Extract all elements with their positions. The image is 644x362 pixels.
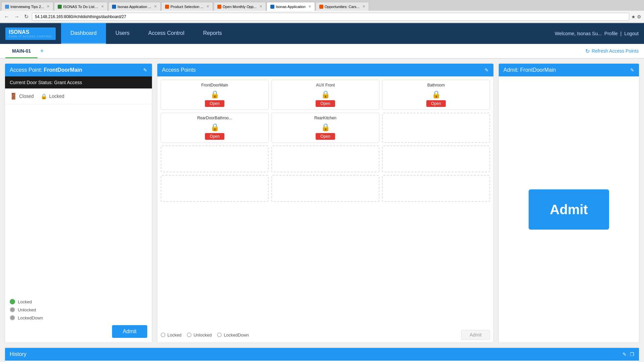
ap-door-status: 🚪 Closed 🔒 Locked xyxy=(5,88,152,104)
access-point-card: Access Point: FrontDoorMain ✎ Current Do… xyxy=(5,63,152,343)
logout-link[interactable]: Logout xyxy=(624,31,639,36)
tab-close-tab2[interactable]: ✕ xyxy=(100,4,104,9)
aps-legend: Locked Unlocked LockedDown Admit xyxy=(157,327,493,343)
history-header-row: Access Point Time ▼ Event Badge / PIN Na… xyxy=(5,361,639,362)
tab-close-tab4[interactable]: ✕ xyxy=(205,4,209,9)
app-logo: ISONAS PURE IP ACCESS CONTROL xyxy=(0,23,61,44)
tab-add-button[interactable]: + xyxy=(40,48,44,55)
ap-grid-item-auxfront[interactable]: AUX Front 🔒 Open xyxy=(271,80,379,110)
address-bar[interactable] xyxy=(32,13,629,21)
forward-button[interactable]: → xyxy=(13,14,21,20)
history-table-head: Access Point Time ▼ Event Badge / PIN Na… xyxy=(5,361,639,362)
access-points-card: Access Points ✎ FrontDoorMain 🔒 Open AUX… xyxy=(157,63,494,343)
ap-admit-button[interactable]: Admit xyxy=(112,325,147,338)
browser-tab-tab2[interactable]: ISONAS To Do List ...✕ xyxy=(54,2,108,11)
settings-icon[interactable]: ⚙ xyxy=(637,14,641,19)
col-access-point: Access Point xyxy=(5,361,170,362)
history-header-icons: ✎ ❐ xyxy=(623,352,634,357)
aps-legend-locked-label: Locked xyxy=(167,333,181,338)
access-points-card-header: Access Points ✎ xyxy=(157,64,493,76)
door-icon: 🚪 xyxy=(10,93,17,100)
ap-grid-lock-icon: 🔒 xyxy=(432,90,441,99)
browser-tools: ★ ⚙ xyxy=(631,14,641,19)
col-time[interactable]: Time ▼ xyxy=(170,361,283,362)
browser-chrome: Interviewing Tips 2...✕ISONAS To Do List… xyxy=(0,0,644,23)
profile-link[interactable]: Profile xyxy=(604,31,618,36)
browser-addressbar: ← → ↻ ★ ⚙ xyxy=(0,11,644,23)
door-closed-label: Closed xyxy=(19,94,34,99)
access-points-title: Access Points xyxy=(162,67,196,73)
nav-item-users[interactable]: Users xyxy=(106,23,139,44)
browser-tab-tab3[interactable]: Isonas Application ...✕ xyxy=(108,2,161,11)
ap-grid-item-empty4 xyxy=(382,145,490,172)
ap-grid-item-frontdoor[interactable]: FrontDoorMain 🔒 Open xyxy=(161,80,269,110)
history-table: Access Point Time ▼ Event Badge / PIN Na… xyxy=(5,361,639,362)
door-locked-label: Locked xyxy=(49,94,64,99)
admit-card: Admit: FrontDoorMain ✎ Admit xyxy=(498,63,639,343)
history-expand-icon[interactable]: ❐ xyxy=(630,352,634,357)
ap-open-button[interactable]: Open xyxy=(205,100,224,107)
star-icon[interactable]: ★ xyxy=(631,14,636,19)
access-point-edit-icon[interactable]: ✎ xyxy=(143,67,147,73)
ap-open-button[interactable]: Open xyxy=(316,100,335,107)
access-point-title: Access Point: FrontDoorMain xyxy=(10,67,82,73)
history-edit-icon[interactable]: ✎ xyxy=(623,352,627,357)
logo-subtitle: PURE IP ACCESS CONTROL xyxy=(9,35,52,38)
aps-radio-unlocked xyxy=(187,333,192,337)
admit-title-prefix: Admit: xyxy=(503,67,520,73)
lock-icon: 🔒 xyxy=(41,93,47,100)
ap-grid-item-bathroom[interactable]: Bathroom 🔒 Open xyxy=(382,80,490,110)
ap-grid-item-empty7 xyxy=(382,175,490,202)
col-name: Name xyxy=(538,361,639,362)
browser-tab-tab4[interactable]: Product Selection ...✕ xyxy=(161,2,213,11)
refresh-icon: ↻ xyxy=(585,48,590,54)
welcome-text: Welcome, Isonas Su... xyxy=(555,31,602,36)
admit-edit-icon[interactable]: ✎ xyxy=(630,67,634,73)
admit-card-body: Admit xyxy=(499,76,639,343)
refresh-browser-button[interactable]: ↻ xyxy=(23,13,30,20)
ap-grid-item-reardoorbath[interactable]: RearDoorBathroo... 🔒 Open xyxy=(161,113,269,143)
app-header: ISONAS PURE IP ACCESS CONTROL Dashboard … xyxy=(0,23,644,44)
aps-admit-button[interactable]: Admit xyxy=(461,330,490,340)
access-points-edit-icon[interactable]: ✎ xyxy=(485,67,489,73)
ap-open-button[interactable]: Open xyxy=(205,133,224,140)
logo-text: ISONAS xyxy=(9,29,52,35)
browser-tab-tab5[interactable]: Open Monthly Opp...✕ xyxy=(214,2,266,11)
legend-unlocked-label: Unlocked xyxy=(18,307,36,312)
tab-close-tab5[interactable]: ✕ xyxy=(258,4,262,9)
tab-close-tab7[interactable]: ✕ xyxy=(361,4,365,9)
door-locked-status: 🔒 Locked xyxy=(41,93,64,100)
refresh-access-points-button[interactable]: ↻ Refresh Access Points xyxy=(585,48,639,54)
tab-close-tab1[interactable]: ✕ xyxy=(45,4,50,9)
admit-big-button[interactable]: Admit xyxy=(529,189,609,230)
tab-main01[interactable]: MAIN-01 xyxy=(5,44,38,58)
nav-item-reports[interactable]: Reports xyxy=(194,23,231,44)
ap-grid-item-rearkitchen[interactable]: RearKitchen 🔒 Open xyxy=(271,113,379,143)
ap-legend: Locked Unlocked LockedDown xyxy=(5,294,152,325)
ap-grid-name: Bathroom xyxy=(427,83,445,87)
nav-menu: Dashboard Users Access Control Reports xyxy=(61,23,549,44)
browser-tab-tab6[interactable]: Isonas Application✕ xyxy=(267,2,315,11)
legend-dot-locked xyxy=(10,299,15,304)
aps-grid: FrontDoorMain 🔒 Open AUX Front 🔒 Open Ba… xyxy=(157,76,493,205)
ap-grid-lock-icon: 🔒 xyxy=(210,123,219,132)
back-button[interactable]: ← xyxy=(3,14,11,20)
tab-close-tab6[interactable]: ✕ xyxy=(307,4,311,9)
legend-unlocked: Unlocked xyxy=(10,307,147,312)
access-point-card-header: Access Point: FrontDoorMain ✎ xyxy=(5,64,152,76)
ap-grid-item-empty6 xyxy=(271,175,379,202)
ap-grid-item-empty5 xyxy=(161,175,269,202)
refresh-label: Refresh Access Points xyxy=(592,48,639,54)
browser-tabs: Interviewing Tips 2...✕ISONAS To Do List… xyxy=(0,0,644,11)
browser-tab-tab7[interactable]: Opportunities: Cars...✕ xyxy=(316,2,369,11)
nav-item-access-control[interactable]: Access Control xyxy=(139,23,194,44)
admit-title: Admit: FrontDoorMain xyxy=(503,67,556,73)
nav-item-dashboard[interactable]: Dashboard xyxy=(61,23,106,44)
history-title: History xyxy=(10,351,26,357)
tab-close-tab3[interactable]: ✕ xyxy=(153,4,157,9)
legend-locked: Locked xyxy=(10,299,147,304)
browser-tab-tab1[interactable]: Interviewing Tips 2...✕ xyxy=(1,2,53,11)
ap-open-button[interactable]: Open xyxy=(426,100,445,107)
aps-legend-lockeddown: LockedDown xyxy=(217,333,249,338)
ap-open-button[interactable]: Open xyxy=(316,133,335,140)
